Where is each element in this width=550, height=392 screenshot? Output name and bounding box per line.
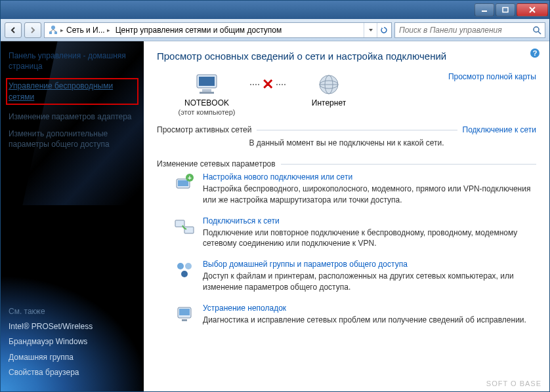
control-panel-home-link[interactable]: Панель управления - домашняя страница <box>9 50 136 71</box>
node-this-computer[interactable]: NOTEBOOK (этот компьютер) <box>175 72 238 116</box>
see-also-item[interactable]: Домашняя группа <box>9 352 136 363</box>
svg-rect-14 <box>199 77 215 86</box>
breadcrumb-segment[interactable]: Сеть и И...▸ <box>64 23 113 37</box>
svg-point-4 <box>51 26 55 29</box>
svg-line-8 <box>53 29 56 31</box>
svg-rect-5 <box>49 31 52 34</box>
forward-button[interactable] <box>24 22 41 38</box>
maximize-button[interactable] <box>496 3 515 16</box>
task-title-link[interactable]: Выбор домашней группы и параметров общег… <box>203 260 536 269</box>
svg-rect-32 <box>182 319 187 321</box>
new-connection-icon: + <box>174 172 195 193</box>
search-icon <box>529 26 545 35</box>
task-new-connection: + Настройка нового подключения или сети … <box>157 172 536 206</box>
node-internet[interactable]: Интернет <box>297 72 360 108</box>
sidebar-item-adapter[interactable]: Изменение параметров адаптера <box>9 111 136 122</box>
task-title-link[interactable]: Подключиться к сети <box>203 216 536 225</box>
see-also-item[interactable]: Свойства браузера <box>9 367 136 378</box>
svg-rect-1 <box>503 8 508 12</box>
troubleshoot-icon <box>174 304 195 324</box>
svg-rect-22 <box>178 180 188 186</box>
svg-text:?: ? <box>533 49 538 57</box>
search-input[interactable] <box>395 26 529 35</box>
see-also-item[interactable]: Intel® PROSet/Wireless <box>9 321 136 332</box>
active-networks-header: Просмотр активных сетей Подключение к се… <box>157 125 536 134</box>
node-label: Интернет <box>312 98 346 108</box>
svg-point-29 <box>181 271 188 277</box>
homegroup-icon <box>174 260 195 281</box>
network-icon <box>47 24 59 36</box>
refresh-button[interactable] <box>377 23 390 37</box>
breadcrumb-label: Сеть и И... <box>66 26 105 35</box>
sidebar-item-sharing[interactable]: Изменить дополнительные параметры общего… <box>9 128 136 149</box>
back-button[interactable] <box>5 22 22 38</box>
svg-rect-26 <box>184 227 194 233</box>
watermark: SOFT O BASE <box>486 380 541 387</box>
no-network-message: В данный момент вы не подключены ни к ка… <box>157 138 536 147</box>
breadcrumb-label: Центр управления сетями и общим доступом <box>116 26 282 35</box>
computer-icon <box>193 72 221 97</box>
svg-rect-6 <box>54 31 57 34</box>
task-troubleshoot: Устранение неполадок Диагностика и испра… <box>157 304 536 326</box>
see-also-title: См. также <box>9 307 136 316</box>
svg-rect-16 <box>200 92 214 94</box>
minimize-button[interactable] <box>475 3 494 16</box>
task-description: Подключение или повторное подключение к … <box>203 227 536 250</box>
help-icon[interactable]: ? <box>530 48 540 58</box>
view-full-map-link[interactable]: Просмотр полной карты <box>448 72 536 81</box>
svg-text:+: + <box>188 174 192 182</box>
connect-icon <box>174 216 195 237</box>
x-icon: ✕ <box>261 76 275 93</box>
section-title: Просмотр активных сетей <box>157 125 257 134</box>
node-label: NOTEBOOK <box>184 98 229 108</box>
toolbar: ▸ Сеть и И...▸ Центр управления сетями и… <box>1 19 549 41</box>
task-description: Доступ к файлам и принтерам, расположенн… <box>203 271 536 293</box>
task-title-link[interactable]: Устранение неполадок <box>203 304 536 313</box>
page-title: Просмотр основных сведений о сети и наст… <box>157 50 536 62</box>
title-bar <box>1 1 549 19</box>
globe-icon <box>315 72 343 97</box>
task-description: Диагностика и исправление сетевых пробле… <box>203 315 536 326</box>
svg-rect-31 <box>179 309 190 315</box>
breadcrumb-dropdown[interactable] <box>364 23 377 37</box>
section-title: Изменение сетевых параметров <box>157 159 281 168</box>
node-sublabel: (этот компьютер) <box>178 108 235 116</box>
search-box[interactable] <box>394 22 545 38</box>
connect-network-link[interactable]: Подключение к сети <box>457 125 536 134</box>
close-button[interactable] <box>517 3 548 16</box>
breadcrumb-segment[interactable]: Центр управления сетями и общим доступом <box>113 23 285 37</box>
svg-point-9 <box>534 27 539 32</box>
task-connect: Подключиться к сети Подключение или повт… <box>157 216 536 250</box>
sidebar-item-wireless[interactable]: Управление беспроводными сетями <box>6 78 138 104</box>
task-title-link[interactable]: Настройка нового подключения или сети <box>203 172 536 182</box>
content: Панель управления - домашняя страница Уп… <box>1 41 549 391</box>
change-settings-header: Изменение сетевых параметров <box>157 159 536 168</box>
sidebar-links: Панель управления - домашняя страница Уп… <box>1 41 144 165</box>
breadcrumb[interactable]: ▸ Сеть и И...▸ Центр управления сетями и… <box>44 22 392 38</box>
sidebar: Панель управления - домашняя страница Уп… <box>1 41 144 391</box>
svg-point-27 <box>177 263 184 269</box>
task-description: Настройка беспроводного, широкополосного… <box>203 184 536 206</box>
svg-point-28 <box>185 263 192 269</box>
network-map: NOTEBOOK (этот компьютер) ✕ Интернет Про… <box>157 72 536 116</box>
connection-broken: ✕ <box>250 72 286 97</box>
svg-line-10 <box>538 31 541 34</box>
task-homegroup: Выбор домашней группы и параметров общег… <box>157 260 536 293</box>
chevron-icon: ▸ <box>107 27 110 33</box>
sidebar-see-also: См. также Intel® PROSet/Wireless Брандма… <box>9 307 136 382</box>
svg-rect-15 <box>202 89 211 92</box>
task-list: + Настройка нового подключения или сети … <box>157 172 536 326</box>
window: ▸ Сеть и И...▸ Центр управления сетями и… <box>0 0 550 392</box>
see-also-item[interactable]: Брандмауэр Windows <box>9 336 136 347</box>
svg-line-7 <box>51 29 53 31</box>
main-panel: ? Просмотр основных сведений о сети и на… <box>144 41 549 391</box>
